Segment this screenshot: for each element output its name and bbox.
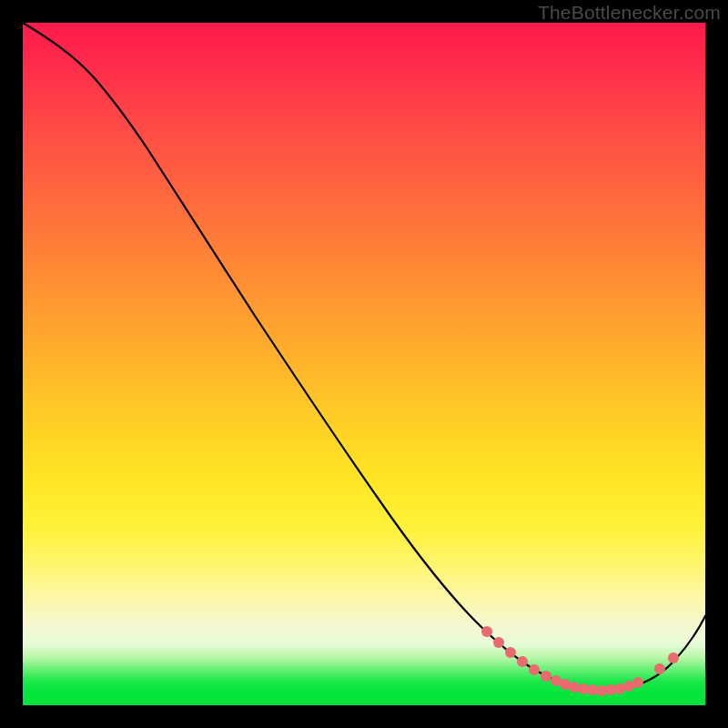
marker-dot xyxy=(632,677,643,688)
bottleneck-curve xyxy=(23,23,705,690)
marker-dot xyxy=(493,637,504,648)
marker-dot xyxy=(529,664,540,675)
watermark-text: TheBottlenecker.com xyxy=(538,2,721,24)
chart-svg xyxy=(23,23,705,705)
marker-group xyxy=(481,626,679,696)
marker-dot xyxy=(481,626,492,637)
marker-dot xyxy=(569,682,580,693)
chart-frame xyxy=(23,23,705,705)
marker-dot xyxy=(517,656,528,667)
marker-dot xyxy=(654,663,665,674)
marker-dot xyxy=(541,671,551,682)
marker-dot xyxy=(505,647,516,658)
marker-dot xyxy=(668,652,679,663)
